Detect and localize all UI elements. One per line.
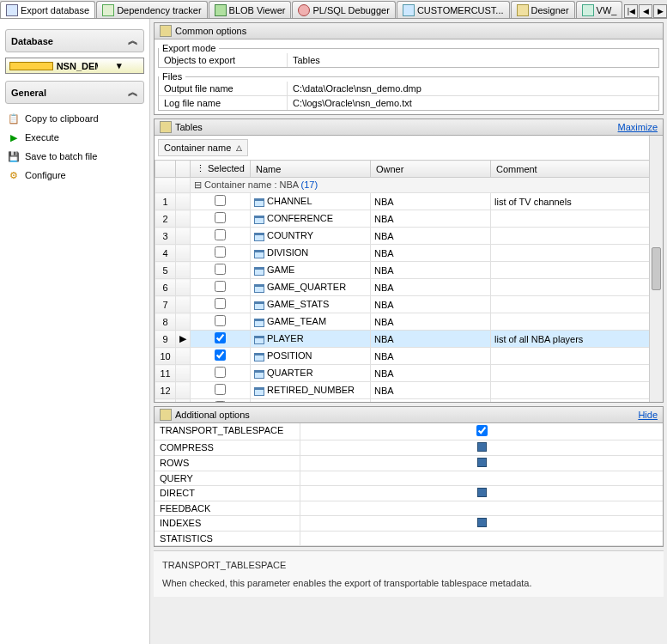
row-checkbox[interactable] xyxy=(215,246,226,258)
row-number: 10 xyxy=(155,348,176,365)
option-row[interactable]: QUERY xyxy=(155,471,663,486)
log-value[interactable]: C:\logs\Oracle\nsn_demo.txt xyxy=(288,96,658,110)
scroll-thumb[interactable] xyxy=(652,247,661,290)
objects-value[interactable]: Tables xyxy=(288,53,658,67)
maximize-link[interactable]: Maximize xyxy=(618,122,658,132)
row-checkbox[interactable] xyxy=(215,367,226,378)
row-checkbox[interactable] xyxy=(215,332,226,343)
option-key: INDEXES xyxy=(155,516,300,531)
table-row[interactable]: 1CHANNELNBAlist of TV channels xyxy=(155,193,663,210)
row-number: 5 xyxy=(155,262,176,279)
row-checkbox[interactable] xyxy=(215,195,226,206)
tab-prev-button[interactable]: ◀ xyxy=(639,4,652,18)
option-row[interactable]: INDEXES xyxy=(155,516,663,532)
row-checkbox[interactable] xyxy=(215,281,226,292)
copy-to-clipboard[interactable]: 📋Copy to clipboard xyxy=(5,109,144,128)
option-row[interactable]: COMPRESS xyxy=(155,440,663,456)
row-number: 2 xyxy=(155,210,176,228)
tab-dependency-tracker[interactable]: Dependency tracker xyxy=(96,1,207,18)
row-checkbox[interactable] xyxy=(215,212,226,223)
dropdown-icon[interactable]: ▾ xyxy=(98,60,140,71)
cell-name: CONFERENCE xyxy=(251,210,371,228)
option-row[interactable]: DIRECT xyxy=(155,486,663,501)
tab-designer[interactable]: Designer xyxy=(511,1,575,18)
table-row[interactable]: 3COUNTRYNBA xyxy=(155,228,663,245)
gear-icon: ⚙ xyxy=(7,168,21,182)
row-checkbox[interactable] xyxy=(215,298,226,309)
row-pointer xyxy=(176,313,191,331)
row-checkbox[interactable] xyxy=(215,384,226,395)
table-icon xyxy=(403,4,415,16)
table-row[interactable]: 11QUARTERNBA xyxy=(155,365,663,382)
option-indicator[interactable] xyxy=(477,518,487,527)
col-selected[interactable]: ⋮Selected xyxy=(191,161,251,178)
help-panel: TRANSPORT_TABLESPACE When checked, this … xyxy=(154,550,664,597)
col-rownum[interactable] xyxy=(155,161,176,178)
output-value[interactable]: C:\data\Oracle\nsn_demo.dmp xyxy=(288,82,658,95)
tab-first-button[interactable]: |◀ xyxy=(624,4,638,18)
option-row[interactable]: FEEDBACK xyxy=(155,501,663,516)
table-icon xyxy=(254,319,264,327)
cell-owner: NBA xyxy=(371,348,491,365)
table-row[interactable]: 6GAME_QUARTERNBA xyxy=(155,279,663,296)
tab-vw[interactable]: VW_ xyxy=(576,1,623,18)
tab-export-database[interactable]: Export database xyxy=(0,1,95,18)
table-row[interactable]: 10POSITIONNBA xyxy=(155,348,663,365)
document-tabs: Export database Dependency tracker BLOB … xyxy=(0,0,667,19)
option-indicator[interactable] xyxy=(477,442,487,452)
row-number: 1 xyxy=(155,193,176,210)
table-row[interactable]: 2CONFERENCENBA xyxy=(155,210,663,228)
cell-comment xyxy=(491,210,663,228)
col-name[interactable]: Name xyxy=(251,161,371,178)
tab-nav: |◀ ◀ ▶ ✕ xyxy=(623,4,667,18)
cell-name: QUARTER xyxy=(251,365,371,382)
table-icon xyxy=(254,284,264,293)
group-field[interactable]: Container name△ xyxy=(158,139,248,156)
option-checkbox[interactable] xyxy=(476,425,488,436)
cell-comment: list of TV channels xyxy=(491,193,663,210)
table-row[interactable]: 12RETIRED_NUMBERNBA xyxy=(155,382,663,399)
legend: Export mode xyxy=(159,43,219,53)
table-icon xyxy=(254,336,264,344)
table-row[interactable]: 8GAME_TEAMNBA xyxy=(155,313,663,331)
row-checkbox[interactable] xyxy=(215,315,226,326)
configure[interactable]: ⚙Configure xyxy=(5,166,144,185)
hide-link[interactable]: Hide xyxy=(638,410,658,420)
table-icon xyxy=(254,233,264,241)
save-to-batch[interactable]: 💾Save to batch file xyxy=(5,147,144,166)
database-selector[interactable]: NSN_DEMO at URA ▾ xyxy=(5,58,144,74)
row-number: 12 xyxy=(155,382,176,399)
tables-section: TablesMaximize Container name△ ⋮Selected… xyxy=(154,118,664,403)
row-checkbox[interactable] xyxy=(215,401,226,402)
collapse-icon[interactable]: ︽ xyxy=(128,85,138,100)
row-checkbox[interactable] xyxy=(215,264,226,275)
row-pointer xyxy=(176,296,191,313)
option-row[interactable]: TRANSPORT_TABLESPACE xyxy=(155,423,663,440)
group-row[interactable]: ⊟ Container name : NBA (17) xyxy=(155,178,663,193)
tab-blob-viewer[interactable]: BLOB Viewer xyxy=(209,1,292,18)
col-ptr[interactable] xyxy=(176,161,191,178)
option-row[interactable]: ROWS xyxy=(155,456,663,471)
table-row[interactable]: 7GAME_STATSNBA xyxy=(155,296,663,313)
collapse-icon[interactable]: ︽ xyxy=(128,33,138,48)
table-row[interactable]: 13ROUNDNBA xyxy=(155,399,663,403)
cell-owner: NBA xyxy=(371,279,491,296)
table-row[interactable]: 5GAMENBA xyxy=(155,262,663,279)
option-indicator[interactable] xyxy=(477,488,487,497)
option-row[interactable]: STATISTICS xyxy=(155,532,663,546)
option-indicator[interactable] xyxy=(477,458,487,467)
tab-customer[interactable]: CUSTOMERCUST... xyxy=(397,1,510,18)
table-row[interactable]: 9▶PLAYERNBAlist of all NBA players xyxy=(155,331,663,348)
scrollbar[interactable] xyxy=(649,136,663,402)
option-key: COMPRESS xyxy=(155,440,300,455)
tab-plsql-debugger[interactable]: PL/SQL Debugger xyxy=(292,1,395,18)
table-row[interactable]: 4DIVISIONNBA xyxy=(155,245,663,262)
col-comment[interactable]: Comment xyxy=(491,161,663,178)
execute[interactable]: ▶Execute xyxy=(5,128,144,147)
tab-next-button[interactable]: ▶ xyxy=(653,4,667,18)
row-checkbox[interactable] xyxy=(215,349,226,361)
row-checkbox[interactable] xyxy=(215,229,226,240)
col-owner[interactable]: Owner xyxy=(371,161,491,178)
cell-owner: NBA xyxy=(371,193,491,210)
sidebar: Database ︽ NSN_DEMO at URA ▾ General ︽ 📋… xyxy=(0,19,150,644)
